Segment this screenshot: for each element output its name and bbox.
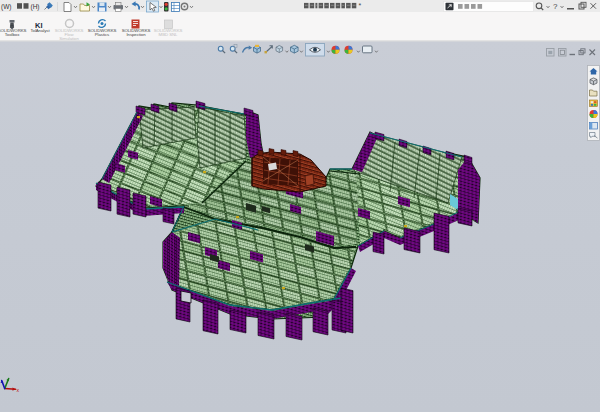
svg-text:(H): (H) — [31, 3, 40, 11]
svg-text:*: * — [359, 2, 362, 9]
svg-text:TolAnalyst: TolAnalyst — [30, 28, 50, 33]
svg-text:Toolbox: Toolbox — [5, 32, 20, 37]
svg-text:MBD SNL: MBD SNL — [159, 32, 178, 37]
svg-text:?: ? — [553, 2, 558, 11]
svg-text:(W): (W) — [1, 3, 11, 11]
svg-text:Plastics: Plastics — [95, 32, 109, 37]
svg-text:Simulation: Simulation — [59, 36, 79, 41]
svg-text:Inspection: Inspection — [126, 32, 146, 37]
